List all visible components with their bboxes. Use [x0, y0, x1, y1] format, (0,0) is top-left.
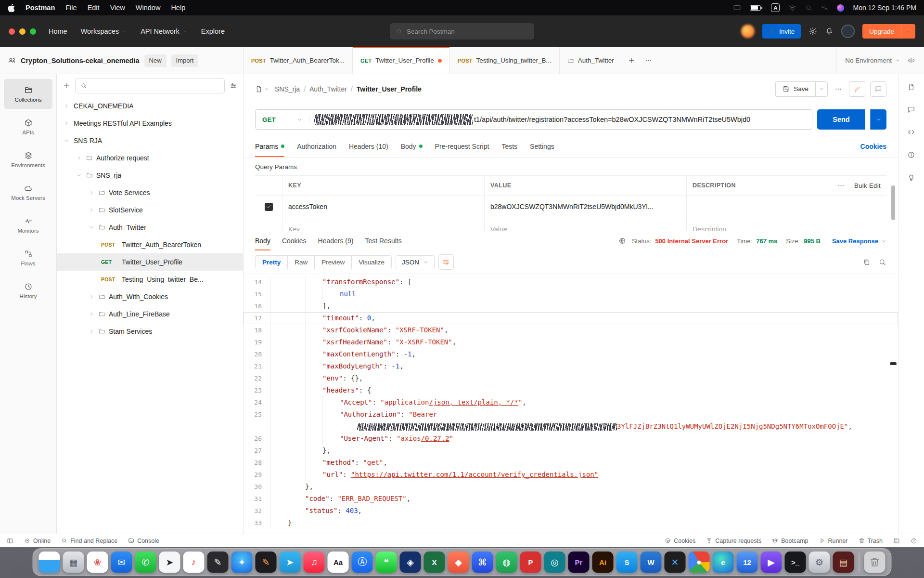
save-button[interactable]: Save	[775, 81, 815, 97]
rail-item-mock-servers[interactable]: Mock Servers	[4, 177, 52, 207]
display-mirroring-icon[interactable]	[733, 4, 741, 12]
response-tab-test-results[interactable]: Test Results	[365, 231, 401, 250]
menu-file[interactable]: File	[65, 4, 77, 12]
new-tab-button[interactable]	[622, 47, 641, 74]
upgrade-button[interactable]: Upgrade	[862, 24, 915, 39]
console-button[interactable]: Console	[128, 538, 159, 544]
nav-explore[interactable]: Explore	[201, 27, 225, 35]
dock-app-terminal[interactable]: >_	[785, 552, 806, 573]
request-tab-tests[interactable]: Tests	[501, 135, 517, 157]
tree-item-slotservice[interactable]: SlotService	[57, 201, 243, 219]
param-key[interactable]: accessToken	[282, 196, 484, 218]
param-description[interactable]	[686, 196, 886, 218]
tree-item-meetings-restful-api-examples[interactable]: Meetings RESTful API Examples	[57, 115, 243, 132]
save-response-button[interactable]: Save Response	[832, 237, 886, 245]
dock-app-edge[interactable]: e	[713, 552, 734, 573]
import-button[interactable]: Import	[171, 54, 199, 67]
tree-item-auth-line-firebase[interactable]: Auth_Line_FireBase	[57, 305, 243, 323]
dock-app-navy-app[interactable]: ◈	[400, 552, 421, 573]
request-tab-headers-10[interactable]: Headers (10)	[349, 135, 388, 157]
tree-item-sns-rja[interactable]: SNS_rja	[57, 167, 243, 184]
chevron-right-icon[interactable]	[64, 120, 70, 126]
request-tab-authorization[interactable]: Authorization	[297, 135, 336, 157]
environment-selector[interactable]: No Environment	[845, 57, 900, 64]
bootcamp-button[interactable]: Bootcamp	[772, 538, 808, 544]
dock-app-notes-dark[interactable]: ✎	[207, 552, 229, 573]
rail-item-collections[interactable]: Collections	[4, 79, 52, 109]
cookies-status-button[interactable]: Cookies	[665, 538, 695, 544]
url-input[interactable]: t1/api/auth/twitter/registration?accessT…	[309, 114, 812, 125]
dock-app-calendar-12[interactable]: 12	[737, 552, 758, 573]
dock-app-vscode[interactable]: ✕	[665, 552, 686, 573]
dock-app-skype[interactable]: S	[616, 552, 638, 573]
chevron-right-icon[interactable]	[89, 190, 95, 196]
dock-app-photos[interactable]: ❀	[87, 552, 108, 573]
invite-button[interactable]: Invite	[762, 24, 801, 39]
control-center-icon[interactable]	[821, 4, 828, 12]
chevron-right-icon[interactable]	[89, 207, 95, 213]
dock-app-pen-dark[interactable]: ✎	[256, 552, 277, 573]
request-more-actions-icon[interactable]	[833, 85, 844, 93]
notifications-bell-icon[interactable]	[825, 27, 834, 36]
input-source-icon[interactable]: A	[771, 3, 780, 12]
spotlight-icon[interactable]	[805, 4, 812, 12]
dock-app-word[interactable]: W	[641, 552, 662, 573]
copy-icon[interactable]	[862, 258, 871, 266]
breadcrumb-folder[interactable]: Auth_Twitter	[309, 85, 347, 93]
dock-app-red-p[interactable]: P	[520, 552, 541, 573]
help-icon[interactable]	[911, 538, 917, 544]
tree-item-testing-using-twitter-be[interactable]: POSTTesting_Using_twitter_Be...	[57, 271, 243, 288]
online-status[interactable]: Online	[24, 538, 51, 544]
dock-app-premiere[interactable]: Pr	[568, 552, 590, 573]
settings-gear-icon[interactable]	[808, 27, 817, 36]
rail-item-environments[interactable]: Environments	[4, 144, 52, 174]
tree-item-auth-twitter[interactable]: Auth_Twitter	[57, 219, 243, 236]
comments-icon[interactable]	[870, 81, 886, 97]
send-button[interactable]: Send	[817, 109, 865, 130]
pub-bulb-icon[interactable]	[907, 173, 915, 182]
breadcrumb-request[interactable]: Twitter_User_Profile	[357, 85, 422, 93]
capture-requests-button[interactable]: Capture requests	[706, 538, 761, 544]
dock-app-cursor-app[interactable]: ➤	[159, 552, 180, 573]
chevron-right-icon[interactable]	[64, 103, 70, 109]
search-response-icon[interactable]	[878, 258, 886, 266]
menu-edit[interactable]: Edit	[88, 4, 100, 12]
dock-app-mail[interactable]: ✉	[111, 552, 132, 573]
window-close-button[interactable]	[9, 28, 15, 35]
breadcrumb-collection[interactable]: SNS_rja	[275, 85, 300, 93]
dock-app-green-x[interactable]: X	[424, 552, 445, 573]
wifi-icon[interactable]	[788, 4, 796, 12]
dock-app-illustrator[interactable]: Ai	[592, 552, 614, 573]
upgrade-options-icon[interactable]	[901, 24, 915, 39]
dock-app-fontbook[interactable]: Aa	[328, 552, 349, 573]
nav-workspaces[interactable]: Workspaces	[81, 27, 128, 35]
send-options-button[interactable]	[870, 109, 886, 130]
tree-item-authorize-request[interactable]: Authorize request	[57, 149, 243, 167]
chevron-right-icon[interactable]	[89, 328, 95, 334]
cookies-link[interactable]: Cookies	[860, 143, 886, 150]
dock-app-music[interactable]: ♫	[304, 552, 325, 573]
params-scrollbar[interactable]	[891, 185, 895, 220]
dock-app-settings[interactable]: ⚙	[809, 552, 830, 573]
sidebar-view-options-icon[interactable]	[230, 82, 237, 90]
window-zoom-button[interactable]	[30, 28, 36, 35]
apple-menu-icon[interactable]	[8, 4, 15, 12]
siri-icon[interactable]	[837, 4, 844, 12]
tree-item-stam-services[interactable]: Stam Services	[57, 323, 243, 340]
rail-item-apis[interactable]: APIs	[4, 112, 52, 142]
tab-overflow-button[interactable]	[641, 47, 656, 74]
nav-home[interactable]: Home	[49, 27, 67, 35]
chevron-right-icon[interactable]	[89, 311, 95, 317]
network-globe-icon[interactable]	[618, 237, 626, 245]
dock-app-trash[interactable]	[864, 552, 886, 573]
rail-item-flows[interactable]: Flows	[4, 243, 52, 273]
code-snippet-icon[interactable]	[907, 128, 915, 136]
param-key-placeholder[interactable]: Key	[282, 218, 484, 231]
global-search-input[interactable]	[407, 28, 528, 35]
team-avatar[interactable]	[741, 25, 755, 38]
environment-quick-look-icon[interactable]	[907, 56, 915, 65]
save-options-button[interactable]	[815, 81, 828, 97]
comments-panel-icon[interactable]	[907, 105, 915, 114]
window-minimize-button[interactable]	[19, 28, 26, 35]
dock-app-green-dot[interactable]: ◍	[496, 552, 517, 573]
